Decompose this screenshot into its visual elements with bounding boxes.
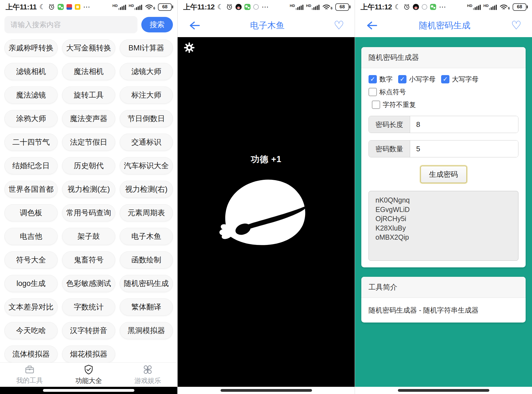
wifi-icon: 6 [322,4,332,10]
tool-pill[interactable]: 电子木鱼 [120,228,173,245]
checkbox-option[interactable]: 字符不重复 [372,100,416,109]
composite-screenshot: 上午11:11 ☾ ⋯ HD HD 6 68 搜索 亲戚称呼转换大写金额转换BM… [0,0,532,394]
signal-sim1-icon: HD [112,4,126,10]
dnd-moon-icon: ☾ [218,4,224,10]
signal-sim2-icon: HD [484,4,497,10]
tool-pill[interactable]: 亲戚称呼转换 [4,39,58,57]
tool-pill[interactable]: 黑洞模拟器 [120,322,173,339]
tool-pill[interactable]: 文本差异对比 [4,298,58,316]
tool-pill[interactable]: logo生成 [4,275,58,292]
tool-pill[interactable]: 字数统计 [62,298,115,316]
intro-title: 工具简介 [361,277,526,298]
tool-pill[interactable]: 流体模拟器 [4,346,58,363]
gear-settings-icon[interactable] [184,42,195,54]
gesture-area [178,387,355,394]
generator-card: 随机密码生成器 数字小写字母大写字母标点符号 字符不重复 密码长度 [361,47,526,267]
tool-pill[interactable]: 涂鸦大师 [4,110,58,127]
tool-pill[interactable]: 汽车标识大全 [120,157,173,174]
tool-pill[interactable]: 魔法滤镜 [4,86,58,104]
tool-pill[interactable]: BMI计算器 [120,39,173,57]
page-title: 电子木鱼 [201,20,334,31]
more-notifications-icon: ⋯ [439,3,447,11]
search-input[interactable] [4,16,137,33]
wifi-icon: 6 [145,4,155,10]
checkbox-option[interactable]: 标点符号 [369,88,406,96]
tool-pill[interactable]: 结婚纪念日 [4,157,58,174]
tab-label: 游戏娱乐 [134,376,161,385]
checkbox-option[interactable]: 数字 [369,75,393,84]
tool-pill[interactable]: 滤镜相机 [4,63,58,80]
dnd-moon-icon: ☾ [395,4,401,10]
clock-text: 上午11:12 [183,2,215,12]
search-button[interactable]: 搜索 [141,17,173,32]
checkbox-label: 小写字母 [409,75,436,84]
tool-pill[interactable]: 交通标识 [120,134,173,151]
tool-pill[interactable]: 世界各国首都 [4,181,58,198]
tab-my-tools[interactable]: 我的工具 [0,363,59,387]
tab-games[interactable]: 游戏娱乐 [118,363,177,387]
checkbox-row-2: 字符不重复 [369,100,518,109]
checkbox-icon[interactable] [372,101,380,109]
tool-pill[interactable]: 调色板 [4,204,58,221]
tool-pill[interactable]: 视力检测(左) [62,181,115,198]
signal-sim2-icon: HD [129,4,142,10]
tool-pill[interactable]: 鬼畜符号 [62,251,115,268]
checkbox-label: 标点符号 [379,88,406,96]
password-count-group: 密码数量 [369,140,518,157]
battery-icon: 68 [335,3,349,11]
tool-pill[interactable]: 二十四节气 [4,134,58,151]
tool-pill[interactable]: 旋转工具 [62,86,115,104]
bottom-tab-bar: 我的工具 功能大全 游戏娱乐 [0,362,177,387]
back-arrow-icon[interactable] [188,21,201,30]
tool-pill[interactable]: 随机密码生成 [120,275,173,292]
tool-pill[interactable]: 节日倒数日 [120,110,173,127]
app-nav-bar: 电子木鱼 ♡ [178,14,355,37]
tool-pill[interactable]: 烟花模拟器 [62,346,115,363]
favorite-heart-icon[interactable]: ♡ [511,20,521,31]
tool-pill[interactable]: 视力检测(右) [120,181,173,198]
tool-pill[interactable]: 大写金额转换 [62,39,115,57]
tool-pill[interactable]: 常用号码查询 [62,204,115,221]
tool-pill[interactable]: 函数绘制 [120,251,173,268]
signal-sim2-icon: HD [306,4,320,10]
tool-pill[interactable]: 元素周期表 [120,204,173,221]
checkbox-option[interactable]: 大写字母 [441,75,479,84]
muyu-canvas[interactable]: 功德 +1 [178,37,355,387]
checkbox-icon[interactable] [369,75,377,83]
tool-pill[interactable]: 法定节假日 [62,134,115,151]
more-notifications-icon: ⋯ [262,3,269,11]
checkbox-icon[interactable] [398,75,406,83]
checkbox-icon[interactable] [369,88,377,96]
tool-pill[interactable]: 今天吃啥 [4,322,58,339]
checkbox-icon[interactable] [441,75,449,83]
tool-pill[interactable]: 标注大师 [120,86,173,104]
tool-pill[interactable]: 魔法相机 [62,63,115,80]
tool-pill[interactable]: 架子鼓 [62,228,115,245]
generated-passwords-output[interactable]: nK0QNgnq EGvgWLiD OjRCHy5i K28XluBy oMBX… [369,191,518,261]
clock-text: 上午11:12 [360,2,392,12]
home-indicator[interactable] [43,389,134,392]
home-indicator[interactable] [221,389,312,392]
clock-text: 上午11:11 [6,2,37,12]
tool-pill[interactable]: 魔法变声器 [62,110,115,127]
wooden-fish-graphic[interactable] [216,170,310,250]
generate-password-button[interactable]: 生成密码 [420,166,467,183]
signal-sim1-icon: HD [290,4,303,10]
tool-pill[interactable]: 历史朝代 [62,157,115,174]
home-indicator[interactable] [398,389,489,392]
tool-pill[interactable]: 符号大全 [4,251,58,268]
tool-pill[interactable]: 电吉他 [4,228,58,245]
tool-pill[interactable]: 色彩敏感测试 [62,275,115,292]
checkbox-option[interactable]: 小写字母 [398,75,436,84]
password-length-input[interactable] [410,116,518,133]
favorite-heart-icon[interactable]: ♡ [334,20,344,31]
tool-pill[interactable]: 汉字转拼音 [62,322,115,339]
panel-muyu-app: 上午11:12 ☾ ⋯ HD HD 6 68 电子木鱼 ♡ [177,0,355,394]
checkbox-label: 数字 [379,75,393,84]
tool-pill[interactable]: 滤镜大师 [120,63,173,80]
password-count-input[interactable] [410,140,518,157]
qq-icon [236,4,242,10]
back-arrow-icon[interactable] [365,21,378,30]
tool-pill[interactable]: 繁体翻译 [120,298,173,316]
tab-all-functions[interactable]: 功能大全 [59,363,118,387]
